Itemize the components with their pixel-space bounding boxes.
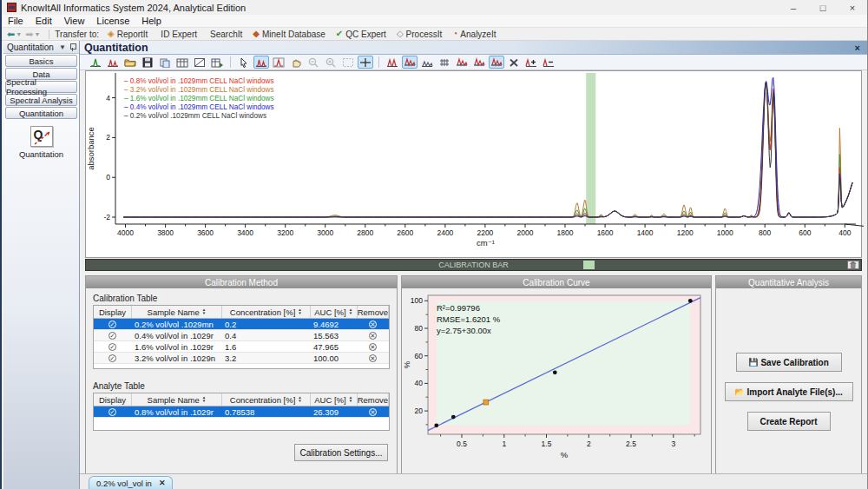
remove-icon[interactable]: ✕ — [369, 343, 377, 351]
column-header-sample-name[interactable]: Sample Name▲▼ — [132, 306, 222, 318]
display-check-icon[interactable]: ✓ — [108, 343, 116, 351]
concentration-cell[interactable]: 3.2 — [222, 353, 311, 364]
pin-icon[interactable] — [69, 43, 76, 51]
region-mode-icon[interactable] — [271, 56, 286, 69]
qc-expert-button[interactable]: ✔QC Expert — [332, 29, 391, 40]
auc-cell[interactable]: 9.4692 — [311, 319, 358, 330]
chevron-down-icon[interactable]: ▼ — [59, 43, 66, 51]
column-header-sample-name[interactable]: Sample Name▲▼ — [132, 393, 222, 406]
column-header-auc-[interactable]: AUC [%]▲▼ — [311, 393, 358, 406]
remove-cell[interactable]: ✕ — [358, 353, 389, 364]
document-tab[interactable]: 0.2% vol_vol in✕ — [89, 476, 173, 489]
column-header-concentration-[interactable]: Concentration [%]▲▼ — [222, 393, 311, 406]
forward-dropdown-icon[interactable]: ▼ — [34, 31, 40, 37]
sort-icon[interactable]: ▲▼ — [349, 308, 352, 315]
calibration-region-marker[interactable] — [583, 261, 595, 269]
searchit-button[interactable]: SearchIt — [204, 29, 247, 40]
sidebar-item-spectral-processing[interactable]: Spectral Processing — [5, 81, 77, 93]
processit-button[interactable]: ◇ProcessIt — [393, 29, 447, 40]
minimize-button[interactable]: – — [779, 0, 808, 15]
table-icon[interactable] — [174, 56, 190, 69]
column-header-display[interactable]: Display — [94, 306, 132, 318]
create-report-button[interactable]: Create Report — [747, 412, 831, 431]
spectrum-panel[interactable]: 4000380036003400320030002800260024002200… — [85, 70, 862, 258]
sort-icon[interactable]: ▲▼ — [298, 308, 301, 315]
remove-icon[interactable]: ✕ — [369, 332, 377, 340]
column-header-display[interactable]: Display — [94, 393, 132, 406]
auc-cell[interactable]: 100.00 — [311, 353, 358, 364]
sort-icon[interactable]: ▲▼ — [202, 308, 206, 315]
open-file-icon[interactable] — [122, 56, 138, 69]
baseline-peaks-icon[interactable] — [402, 56, 418, 69]
import-analyte-file-s-button[interactable]: 📂Import Analyte File(s)... — [725, 382, 853, 401]
concentration-cell[interactable]: 0.2 — [222, 319, 311, 330]
menu-license[interactable]: License — [90, 16, 135, 26]
spectrum-chart[interactable]: 4000380036003400320030002800260024002200… — [86, 71, 864, 257]
forward-icon[interactable]: ➡ — [25, 29, 33, 40]
remove-icon[interactable]: ✕ — [369, 408, 377, 416]
display-cell[interactable]: ✓ — [94, 330, 132, 341]
module-close-icon[interactable]: × — [855, 43, 860, 53]
display-check-icon[interactable]: ✓ — [108, 332, 116, 340]
back-icon[interactable]: ⬅ — [7, 29, 15, 40]
column-header-remove[interactable]: Remove — [358, 306, 389, 318]
mineit-database-button[interactable]: ◆MineIt Database — [249, 29, 331, 40]
export-table-icon[interactable] — [209, 56, 225, 69]
sample-name-cell[interactable]: 0.8% vol/vol in .1029r — [132, 406, 222, 418]
calibration-settings-button[interactable]: Calibration Settings... — [294, 444, 388, 461]
column-header-auc-[interactable]: AUC [%]▲▼ — [311, 306, 358, 318]
calibration-table[interactable]: DisplaySample Name▲▼Concentration [%]▲▼A… — [93, 305, 390, 369]
overlay-view-icon[interactable] — [454, 56, 470, 69]
display-cell[interactable]: ✓ — [94, 406, 132, 418]
display-setup-icon[interactable] — [192, 56, 207, 69]
remove-icon[interactable]: ✕ — [369, 320, 377, 328]
quantitation-icon[interactable]: Q — [30, 126, 53, 147]
display-check-icon[interactable]: ✓ — [108, 408, 116, 416]
remove-cell[interactable]: ✕ — [358, 406, 389, 418]
close-button[interactable]: × — [838, 0, 867, 15]
column-header-concentration-[interactable]: Concentration [%]▲▼ — [222, 306, 311, 318]
menu-edit[interactable]: Edit — [30, 16, 58, 26]
analyte-table[interactable]: DisplaySample Name▲▼Concentration [%]▲▼A… — [93, 393, 390, 431]
column-header-remove[interactable]: Remove — [358, 393, 389, 406]
concentration-cell[interactable]: 0.4 — [222, 330, 311, 341]
display-cell[interactable]: ✓ — [94, 341, 132, 353]
peak-pick-icon[interactable] — [385, 56, 400, 69]
sort-icon[interactable]: ▲▼ — [298, 396, 301, 403]
clear-peaks-icon[interactable] — [506, 56, 522, 69]
display-cell[interactable]: ✓ — [94, 319, 132, 330]
concentration-cell[interactable]: 0.78538 — [222, 406, 311, 418]
table-row[interactable]: ✓0.8% vol/vol in .1029r0.7853826.309✕ — [94, 406, 389, 418]
quantitation-tool[interactable]: Q Quantitation — [3, 126, 79, 159]
display-cell[interactable]: ✓ — [94, 353, 132, 364]
reportit-button[interactable]: ◈ReportIt — [104, 29, 153, 40]
sidebar-item-basics[interactable]: Basics — [5, 55, 77, 67]
split-view-icon[interactable] — [471, 56, 487, 69]
remove-cell[interactable]: ✕ — [358, 330, 389, 341]
analyzeit-button[interactable]: ◔AnalyzeIt — [449, 29, 501, 40]
menu-view[interactable]: View — [58, 16, 91, 26]
id-expert-button[interactable]: ID Expert — [155, 29, 202, 40]
sidebar-item-quantitation[interactable]: Quantitation — [5, 107, 77, 119]
table-row[interactable]: ✓0.2% vol/vol .1029mn0.29.4692✕ — [94, 319, 389, 330]
display-check-icon[interactable]: ✓ — [108, 320, 116, 328]
back-dropdown-icon[interactable]: ▼ — [16, 31, 22, 37]
table-row[interactable]: ✓1.6% vol/vol in .1029r1.647.965✕ — [94, 341, 389, 353]
table-row[interactable]: ✓0.4% vol/vol in .1029r0.415.563✕ — [94, 330, 389, 341]
open-traces-icon[interactable] — [105, 56, 121, 69]
sidebar-header[interactable]: Quantitation ▼ — [3, 41, 79, 54]
auc-cell[interactable]: 47.965 — [311, 341, 358, 353]
sample-name-cell[interactable]: 1.6% vol/vol in .1029r — [132, 341, 222, 353]
menu-file[interactable]: File — [2, 16, 30, 26]
sample-name-cell[interactable]: 0.4% vol/vol in .1029r — [132, 330, 222, 341]
stacked-view-icon[interactable] — [419, 56, 435, 69]
sample-name-cell[interactable]: 3.2% vol/vol in .1029n — [132, 353, 222, 364]
copy-icon[interactable] — [157, 56, 173, 69]
auc-cell[interactable]: 15.563 — [311, 330, 358, 341]
table-row[interactable]: ✓3.2% vol/vol in .1029n3.2100.00✕ — [94, 353, 389, 364]
sample-name-cell[interactable]: 0.2% vol/vol .1029mn — [132, 319, 222, 330]
sort-icon[interactable]: ▲▼ — [349, 396, 352, 403]
auc-cell[interactable]: 26.309 — [311, 406, 358, 418]
pan-hand-icon[interactable] — [288, 56, 304, 69]
remove-cell[interactable]: ✕ — [358, 341, 389, 353]
